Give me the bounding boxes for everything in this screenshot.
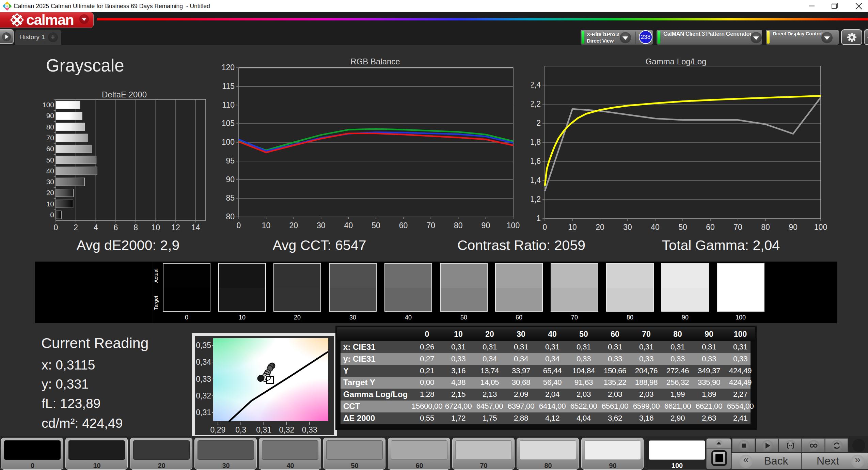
svg-text:60: 60 <box>706 223 715 232</box>
svg-text:RGB Balance: RGB Balance <box>350 57 400 66</box>
svg-text:40: 40 <box>344 221 353 230</box>
svg-text:0: 0 <box>50 211 54 219</box>
svg-text:80: 80 <box>761 223 770 232</box>
svg-text:0,35: 0,35 <box>196 341 211 350</box>
svg-text:80: 80 <box>454 221 463 230</box>
svg-text:6: 6 <box>114 223 118 232</box>
svg-text:1,8: 1,8 <box>531 138 541 146</box>
svg-text:Gamma Log/Log: Gamma Log/Log <box>646 57 707 66</box>
svg-text:1,6: 1,6 <box>531 157 541 166</box>
svg-text:95: 95 <box>226 156 235 165</box>
svg-text:10: 10 <box>46 200 54 208</box>
svg-text:0,29: 0,29 <box>210 425 226 434</box>
svg-text:50: 50 <box>46 156 54 164</box>
svg-text:30: 30 <box>46 178 54 186</box>
svg-text:12: 12 <box>171 223 180 232</box>
svg-text:80: 80 <box>226 212 235 221</box>
svg-text:80: 80 <box>46 123 54 131</box>
svg-text:110: 110 <box>222 100 235 109</box>
svg-text:0,33: 0,33 <box>302 425 317 434</box>
svg-text:0: 0 <box>237 221 241 230</box>
svg-text:10: 10 <box>152 223 160 232</box>
svg-text:30: 30 <box>317 221 326 230</box>
svg-text:10: 10 <box>262 221 271 230</box>
svg-text:40: 40 <box>46 167 54 175</box>
svg-text:90: 90 <box>482 221 490 230</box>
svg-text:100: 100 <box>222 138 235 146</box>
svg-text:0,32: 0,32 <box>279 425 295 434</box>
svg-text:1: 1 <box>536 214 541 223</box>
svg-text:4: 4 <box>94 223 98 232</box>
svg-text:120: 120 <box>222 63 235 72</box>
svg-text:10: 10 <box>568 223 577 232</box>
svg-text:20: 20 <box>46 189 54 197</box>
svg-text:0,32: 0,32 <box>196 391 211 400</box>
svg-text:90: 90 <box>46 112 54 120</box>
svg-text:8: 8 <box>133 223 138 232</box>
svg-text:0,34: 0,34 <box>196 358 211 366</box>
svg-text:50: 50 <box>372 221 380 230</box>
svg-text:0: 0 <box>54 223 58 232</box>
svg-text:2,4: 2,4 <box>531 80 541 89</box>
svg-text:0,31: 0,31 <box>256 425 271 434</box>
svg-text:1,2: 1,2 <box>531 195 541 204</box>
svg-text:85: 85 <box>226 193 235 202</box>
svg-text:2: 2 <box>74 223 78 232</box>
svg-text:70: 70 <box>426 221 435 230</box>
svg-text:70: 70 <box>733 223 742 232</box>
svg-text:20: 20 <box>596 223 604 232</box>
svg-text:70: 70 <box>46 134 54 142</box>
svg-text:90: 90 <box>789 223 798 232</box>
svg-text:30: 30 <box>623 223 632 232</box>
svg-text:2,2: 2,2 <box>531 99 541 108</box>
svg-text:100: 100 <box>507 221 520 230</box>
svg-text:DeltaE 2000: DeltaE 2000 <box>102 90 147 99</box>
svg-text:40: 40 <box>651 223 660 232</box>
svg-text:2: 2 <box>536 119 541 127</box>
svg-text:100: 100 <box>42 101 54 109</box>
svg-text:0: 0 <box>543 223 547 232</box>
svg-text:105: 105 <box>222 119 235 128</box>
svg-text:60: 60 <box>46 145 54 153</box>
svg-text:60: 60 <box>399 221 408 230</box>
svg-text:0,33: 0,33 <box>196 375 211 383</box>
svg-text:115: 115 <box>222 82 235 91</box>
svg-text:50: 50 <box>678 223 687 232</box>
svg-text:1,4: 1,4 <box>531 176 541 185</box>
svg-text:100: 100 <box>814 223 827 232</box>
svg-text:20: 20 <box>289 221 298 230</box>
svg-text:0,31: 0,31 <box>196 408 211 417</box>
svg-text:90: 90 <box>226 175 235 184</box>
svg-text:14: 14 <box>191 223 200 232</box>
svg-text:0,3: 0,3 <box>235 425 246 434</box>
